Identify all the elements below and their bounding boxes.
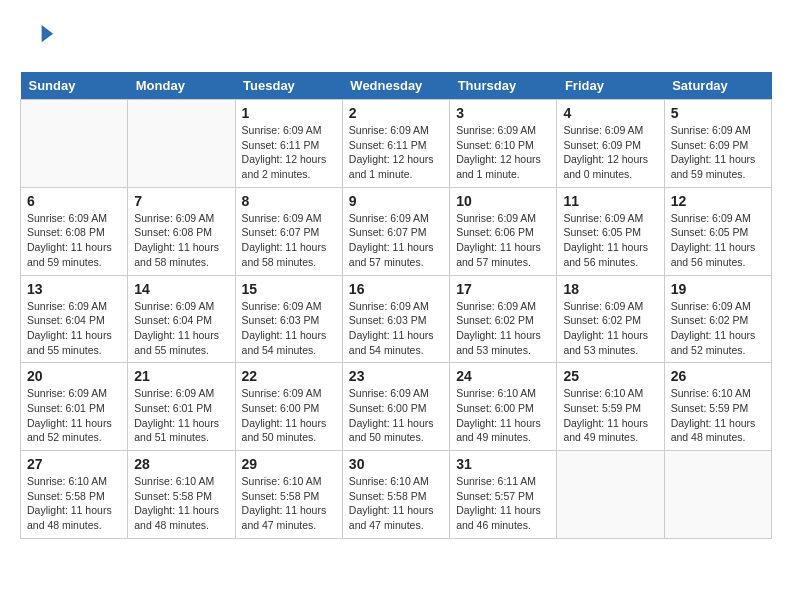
weekday-header: Thursday bbox=[450, 72, 557, 100]
cell-info: Sunrise: 6:11 AM Sunset: 5:57 PM Dayligh… bbox=[456, 474, 550, 533]
calendar-body: 1Sunrise: 6:09 AM Sunset: 6:11 PM Daylig… bbox=[21, 100, 772, 539]
day-number: 5 bbox=[671, 105, 765, 121]
logo-icon bbox=[20, 20, 56, 56]
weekday-header: Monday bbox=[128, 72, 235, 100]
day-number: 8 bbox=[242, 193, 336, 209]
calendar-cell bbox=[664, 451, 771, 539]
weekday-header: Sunday bbox=[21, 72, 128, 100]
day-number: 14 bbox=[134, 281, 228, 297]
cell-info: Sunrise: 6:09 AM Sunset: 6:06 PM Dayligh… bbox=[456, 211, 550, 270]
weekday-header: Wednesday bbox=[342, 72, 449, 100]
day-number: 26 bbox=[671, 368, 765, 384]
day-number: 9 bbox=[349, 193, 443, 209]
calendar-cell: 20Sunrise: 6:09 AM Sunset: 6:01 PM Dayli… bbox=[21, 363, 128, 451]
cell-info: Sunrise: 6:09 AM Sunset: 6:00 PM Dayligh… bbox=[242, 386, 336, 445]
cell-info: Sunrise: 6:09 AM Sunset: 6:07 PM Dayligh… bbox=[349, 211, 443, 270]
calendar-cell: 27Sunrise: 6:10 AM Sunset: 5:58 PM Dayli… bbox=[21, 451, 128, 539]
calendar-cell: 22Sunrise: 6:09 AM Sunset: 6:00 PM Dayli… bbox=[235, 363, 342, 451]
day-number: 27 bbox=[27, 456, 121, 472]
cell-info: Sunrise: 6:10 AM Sunset: 5:59 PM Dayligh… bbox=[563, 386, 657, 445]
day-number: 13 bbox=[27, 281, 121, 297]
cell-info: Sunrise: 6:09 AM Sunset: 6:09 PM Dayligh… bbox=[671, 123, 765, 182]
calendar-cell: 6Sunrise: 6:09 AM Sunset: 6:08 PM Daylig… bbox=[21, 187, 128, 275]
week-row: 6Sunrise: 6:09 AM Sunset: 6:08 PM Daylig… bbox=[21, 187, 772, 275]
cell-info: Sunrise: 6:09 AM Sunset: 6:07 PM Dayligh… bbox=[242, 211, 336, 270]
weekday-header: Tuesday bbox=[235, 72, 342, 100]
calendar-cell: 24Sunrise: 6:10 AM Sunset: 6:00 PM Dayli… bbox=[450, 363, 557, 451]
day-number: 3 bbox=[456, 105, 550, 121]
calendar-cell: 9Sunrise: 6:09 AM Sunset: 6:07 PM Daylig… bbox=[342, 187, 449, 275]
calendar-cell: 29Sunrise: 6:10 AM Sunset: 5:58 PM Dayli… bbox=[235, 451, 342, 539]
calendar-cell: 4Sunrise: 6:09 AM Sunset: 6:09 PM Daylig… bbox=[557, 100, 664, 188]
calendar-cell: 18Sunrise: 6:09 AM Sunset: 6:02 PM Dayli… bbox=[557, 275, 664, 363]
day-number: 31 bbox=[456, 456, 550, 472]
day-number: 25 bbox=[563, 368, 657, 384]
day-number: 10 bbox=[456, 193, 550, 209]
calendar-cell: 30Sunrise: 6:10 AM Sunset: 5:58 PM Dayli… bbox=[342, 451, 449, 539]
day-number: 30 bbox=[349, 456, 443, 472]
calendar-cell: 14Sunrise: 6:09 AM Sunset: 6:04 PM Dayli… bbox=[128, 275, 235, 363]
cell-info: Sunrise: 6:09 AM Sunset: 6:02 PM Dayligh… bbox=[671, 299, 765, 358]
cell-info: Sunrise: 6:09 AM Sunset: 6:04 PM Dayligh… bbox=[27, 299, 121, 358]
day-number: 19 bbox=[671, 281, 765, 297]
calendar-cell: 1Sunrise: 6:09 AM Sunset: 6:11 PM Daylig… bbox=[235, 100, 342, 188]
calendar-cell: 5Sunrise: 6:09 AM Sunset: 6:09 PM Daylig… bbox=[664, 100, 771, 188]
cell-info: Sunrise: 6:09 AM Sunset: 6:00 PM Dayligh… bbox=[349, 386, 443, 445]
day-number: 11 bbox=[563, 193, 657, 209]
calendar-cell bbox=[21, 100, 128, 188]
cell-info: Sunrise: 6:10 AM Sunset: 5:58 PM Dayligh… bbox=[27, 474, 121, 533]
day-number: 15 bbox=[242, 281, 336, 297]
day-number: 18 bbox=[563, 281, 657, 297]
cell-info: Sunrise: 6:09 AM Sunset: 6:02 PM Dayligh… bbox=[563, 299, 657, 358]
cell-info: Sunrise: 6:09 AM Sunset: 6:03 PM Dayligh… bbox=[349, 299, 443, 358]
day-number: 23 bbox=[349, 368, 443, 384]
svg-marker-0 bbox=[42, 25, 54, 42]
day-number: 22 bbox=[242, 368, 336, 384]
calendar-cell: 25Sunrise: 6:10 AM Sunset: 5:59 PM Dayli… bbox=[557, 363, 664, 451]
cell-info: Sunrise: 6:10 AM Sunset: 5:58 PM Dayligh… bbox=[242, 474, 336, 533]
page-header bbox=[20, 20, 772, 56]
day-number: 17 bbox=[456, 281, 550, 297]
week-row: 27Sunrise: 6:10 AM Sunset: 5:58 PM Dayli… bbox=[21, 451, 772, 539]
calendar-cell: 16Sunrise: 6:09 AM Sunset: 6:03 PM Dayli… bbox=[342, 275, 449, 363]
cell-info: Sunrise: 6:09 AM Sunset: 6:03 PM Dayligh… bbox=[242, 299, 336, 358]
day-number: 7 bbox=[134, 193, 228, 209]
weekday-header: Saturday bbox=[664, 72, 771, 100]
day-number: 12 bbox=[671, 193, 765, 209]
calendar-cell: 17Sunrise: 6:09 AM Sunset: 6:02 PM Dayli… bbox=[450, 275, 557, 363]
cell-info: Sunrise: 6:09 AM Sunset: 6:11 PM Dayligh… bbox=[349, 123, 443, 182]
cell-info: Sunrise: 6:09 AM Sunset: 6:01 PM Dayligh… bbox=[134, 386, 228, 445]
calendar-cell bbox=[128, 100, 235, 188]
calendar-cell: 10Sunrise: 6:09 AM Sunset: 6:06 PM Dayli… bbox=[450, 187, 557, 275]
header-row: SundayMondayTuesdayWednesdayThursdayFrid… bbox=[21, 72, 772, 100]
calendar-cell: 3Sunrise: 6:09 AM Sunset: 6:10 PM Daylig… bbox=[450, 100, 557, 188]
logo bbox=[20, 20, 60, 56]
cell-info: Sunrise: 6:09 AM Sunset: 6:01 PM Dayligh… bbox=[27, 386, 121, 445]
cell-info: Sunrise: 6:09 AM Sunset: 6:10 PM Dayligh… bbox=[456, 123, 550, 182]
cell-info: Sunrise: 6:09 AM Sunset: 6:09 PM Dayligh… bbox=[563, 123, 657, 182]
cell-info: Sunrise: 6:09 AM Sunset: 6:08 PM Dayligh… bbox=[134, 211, 228, 270]
cell-info: Sunrise: 6:09 AM Sunset: 6:08 PM Dayligh… bbox=[27, 211, 121, 270]
calendar-cell: 23Sunrise: 6:09 AM Sunset: 6:00 PM Dayli… bbox=[342, 363, 449, 451]
calendar-cell: 28Sunrise: 6:10 AM Sunset: 5:58 PM Dayli… bbox=[128, 451, 235, 539]
day-number: 6 bbox=[27, 193, 121, 209]
week-row: 1Sunrise: 6:09 AM Sunset: 6:11 PM Daylig… bbox=[21, 100, 772, 188]
calendar-cell: 13Sunrise: 6:09 AM Sunset: 6:04 PM Dayli… bbox=[21, 275, 128, 363]
day-number: 16 bbox=[349, 281, 443, 297]
cell-info: Sunrise: 6:09 AM Sunset: 6:11 PM Dayligh… bbox=[242, 123, 336, 182]
day-number: 20 bbox=[27, 368, 121, 384]
day-number: 28 bbox=[134, 456, 228, 472]
calendar-cell: 12Sunrise: 6:09 AM Sunset: 6:05 PM Dayli… bbox=[664, 187, 771, 275]
day-number: 1 bbox=[242, 105, 336, 121]
day-number: 29 bbox=[242, 456, 336, 472]
weekday-header: Friday bbox=[557, 72, 664, 100]
cell-info: Sunrise: 6:10 AM Sunset: 6:00 PM Dayligh… bbox=[456, 386, 550, 445]
cell-info: Sunrise: 6:09 AM Sunset: 6:05 PM Dayligh… bbox=[671, 211, 765, 270]
calendar-cell: 8Sunrise: 6:09 AM Sunset: 6:07 PM Daylig… bbox=[235, 187, 342, 275]
cell-info: Sunrise: 6:09 AM Sunset: 6:05 PM Dayligh… bbox=[563, 211, 657, 270]
calendar-cell bbox=[557, 451, 664, 539]
calendar-cell: 31Sunrise: 6:11 AM Sunset: 5:57 PM Dayli… bbox=[450, 451, 557, 539]
week-row: 20Sunrise: 6:09 AM Sunset: 6:01 PM Dayli… bbox=[21, 363, 772, 451]
day-number: 4 bbox=[563, 105, 657, 121]
week-row: 13Sunrise: 6:09 AM Sunset: 6:04 PM Dayli… bbox=[21, 275, 772, 363]
